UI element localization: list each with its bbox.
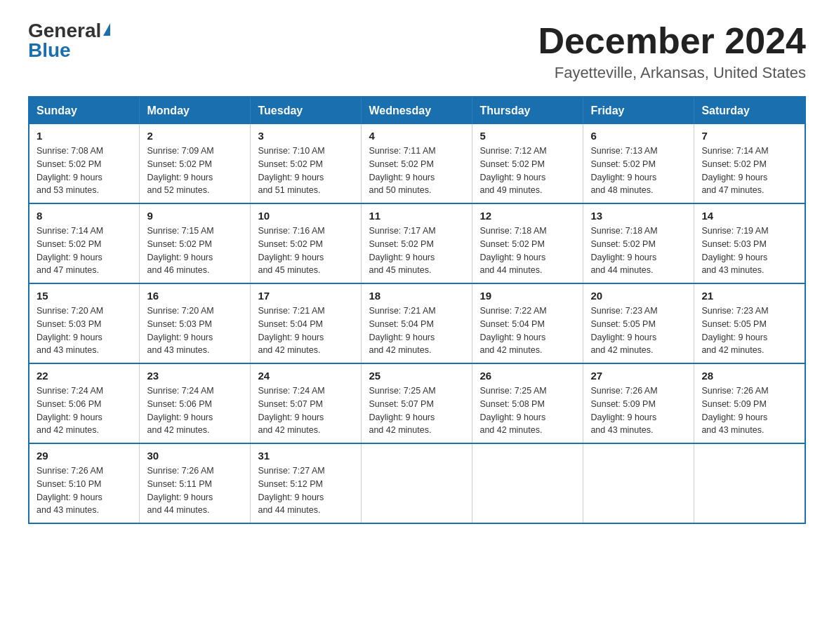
- day-number: 22: [37, 370, 132, 382]
- day-number: 13: [590, 210, 687, 222]
- calendar-week-row: 29Sunrise: 7:26 AMSunset: 5:10 PMDayligh…: [29, 443, 805, 523]
- day-info: Sunrise: 7:24 AMSunset: 5:06 PMDaylight:…: [147, 384, 243, 437]
- day-number: 25: [369, 370, 465, 382]
- page-header: General Blue December 2024 Fayetteville,…: [28, 21, 806, 82]
- day-info: Sunrise: 7:17 AMSunset: 5:02 PMDaylight:…: [369, 224, 465, 277]
- calendar-cell: 7Sunrise: 7:14 AMSunset: 5:02 PMDaylight…: [694, 124, 805, 203]
- day-info: Sunrise: 7:11 AMSunset: 5:02 PMDaylight:…: [369, 145, 465, 197]
- day-info: Sunrise: 7:22 AMSunset: 5:04 PMDaylight:…: [479, 304, 576, 357]
- weekday-header-friday: Friday: [583, 97, 694, 124]
- day-info: Sunrise: 7:25 AMSunset: 5:08 PMDaylight:…: [479, 384, 576, 437]
- day-number: 28: [701, 370, 797, 382]
- day-number: 6: [590, 130, 687, 142]
- calendar-cell: 23Sunrise: 7:24 AMSunset: 5:06 PMDayligh…: [140, 363, 251, 443]
- day-info: Sunrise: 7:19 AMSunset: 5:03 PMDaylight:…: [701, 224, 797, 277]
- day-number: 31: [258, 450, 354, 462]
- day-info: Sunrise: 7:23 AMSunset: 5:05 PMDaylight:…: [701, 304, 797, 357]
- day-number: 14: [701, 210, 797, 222]
- day-info: Sunrise: 7:09 AMSunset: 5:02 PMDaylight:…: [147, 145, 243, 197]
- calendar-cell: 6Sunrise: 7:13 AMSunset: 5:02 PMDaylight…: [583, 124, 694, 203]
- day-number: 1: [37, 130, 132, 142]
- day-number: 15: [37, 290, 132, 302]
- logo-blue-text: Blue: [28, 39, 71, 61]
- calendar-week-row: 15Sunrise: 7:20 AMSunset: 5:03 PMDayligh…: [29, 283, 805, 363]
- calendar-cell: [694, 443, 805, 523]
- logo: General Blue: [28, 21, 110, 60]
- day-info: Sunrise: 7:26 AMSunset: 5:11 PMDaylight:…: [147, 464, 243, 517]
- calendar-cell: 20Sunrise: 7:23 AMSunset: 5:05 PMDayligh…: [583, 283, 694, 363]
- calendar-cell: 12Sunrise: 7:18 AMSunset: 5:02 PMDayligh…: [472, 203, 583, 283]
- calendar-cell: 14Sunrise: 7:19 AMSunset: 5:03 PMDayligh…: [694, 203, 805, 283]
- day-info: Sunrise: 7:18 AMSunset: 5:02 PMDaylight:…: [590, 224, 687, 277]
- day-info: Sunrise: 7:08 AMSunset: 5:02 PMDaylight:…: [37, 145, 132, 197]
- day-number: 7: [701, 130, 797, 142]
- day-number: 20: [590, 290, 687, 302]
- day-number: 11: [369, 210, 465, 222]
- day-info: Sunrise: 7:25 AMSunset: 5:07 PMDaylight:…: [369, 384, 465, 437]
- calendar-cell: 1Sunrise: 7:08 AMSunset: 5:02 PMDaylight…: [29, 124, 140, 203]
- day-number: 27: [590, 370, 687, 382]
- calendar-cell: 16Sunrise: 7:20 AMSunset: 5:03 PMDayligh…: [140, 283, 251, 363]
- day-info: Sunrise: 7:12 AMSunset: 5:02 PMDaylight:…: [479, 145, 576, 197]
- day-info: Sunrise: 7:21 AMSunset: 5:04 PMDaylight:…: [369, 304, 465, 357]
- day-number: 29: [37, 450, 132, 462]
- day-info: Sunrise: 7:26 AMSunset: 5:09 PMDaylight:…: [701, 384, 797, 437]
- day-info: Sunrise: 7:21 AMSunset: 5:04 PMDaylight:…: [258, 304, 354, 357]
- day-number: 18: [369, 290, 465, 302]
- calendar-cell: 5Sunrise: 7:12 AMSunset: 5:02 PMDaylight…: [472, 124, 583, 203]
- day-info: Sunrise: 7:26 AMSunset: 5:10 PMDaylight:…: [37, 464, 132, 517]
- day-number: 24: [258, 370, 354, 382]
- weekday-header-saturday: Saturday: [694, 97, 805, 124]
- calendar-cell: 19Sunrise: 7:22 AMSunset: 5:04 PMDayligh…: [472, 283, 583, 363]
- calendar-cell: [583, 443, 694, 523]
- weekday-header-row: SundayMondayTuesdayWednesdayThursdayFrid…: [29, 97, 805, 124]
- calendar-cell: 15Sunrise: 7:20 AMSunset: 5:03 PMDayligh…: [29, 283, 140, 363]
- day-info: Sunrise: 7:16 AMSunset: 5:02 PMDaylight:…: [258, 224, 354, 277]
- calendar-cell: 8Sunrise: 7:14 AMSunset: 5:02 PMDaylight…: [29, 203, 140, 283]
- day-number: 4: [369, 130, 465, 142]
- location-subtitle: Fayetteville, Arkansas, United States: [538, 64, 806, 82]
- calendar-cell: 26Sunrise: 7:25 AMSunset: 5:08 PMDayligh…: [472, 363, 583, 443]
- day-info: Sunrise: 7:23 AMSunset: 5:05 PMDaylight:…: [590, 304, 687, 357]
- day-number: 17: [258, 290, 354, 302]
- weekday-header-monday: Monday: [140, 97, 251, 124]
- calendar-cell: [362, 443, 472, 523]
- day-number: 8: [37, 210, 132, 222]
- calendar-cell: 30Sunrise: 7:26 AMSunset: 5:11 PMDayligh…: [140, 443, 251, 523]
- calendar-cell: 25Sunrise: 7:25 AMSunset: 5:07 PMDayligh…: [362, 363, 472, 443]
- calendar-cell: 29Sunrise: 7:26 AMSunset: 5:10 PMDayligh…: [29, 443, 140, 523]
- day-number: 2: [147, 130, 243, 142]
- day-number: 3: [258, 130, 354, 142]
- calendar-cell: 9Sunrise: 7:15 AMSunset: 5:02 PMDaylight…: [140, 203, 251, 283]
- weekday-header-tuesday: Tuesday: [251, 97, 362, 124]
- day-number: 21: [701, 290, 797, 302]
- day-number: 19: [479, 290, 576, 302]
- day-number: 5: [479, 130, 576, 142]
- calendar-cell: 17Sunrise: 7:21 AMSunset: 5:04 PMDayligh…: [251, 283, 362, 363]
- calendar-cell: 31Sunrise: 7:27 AMSunset: 5:12 PMDayligh…: [251, 443, 362, 523]
- calendar-cell: 18Sunrise: 7:21 AMSunset: 5:04 PMDayligh…: [362, 283, 472, 363]
- day-info: Sunrise: 7:10 AMSunset: 5:02 PMDaylight:…: [258, 145, 354, 197]
- weekday-header-thursday: Thursday: [472, 97, 583, 124]
- calendar-cell: 2Sunrise: 7:09 AMSunset: 5:02 PMDaylight…: [140, 124, 251, 203]
- day-info: Sunrise: 7:24 AMSunset: 5:07 PMDaylight:…: [258, 384, 354, 437]
- calendar-cell: 27Sunrise: 7:26 AMSunset: 5:09 PMDayligh…: [583, 363, 694, 443]
- title-area: December 2024 Fayetteville, Arkansas, Un…: [538, 21, 806, 82]
- calendar-cell: 13Sunrise: 7:18 AMSunset: 5:02 PMDayligh…: [583, 203, 694, 283]
- day-info: Sunrise: 7:18 AMSunset: 5:02 PMDaylight:…: [479, 224, 576, 277]
- calendar-cell: [472, 443, 583, 523]
- day-info: Sunrise: 7:14 AMSunset: 5:02 PMDaylight:…: [37, 224, 132, 277]
- calendar-cell: 28Sunrise: 7:26 AMSunset: 5:09 PMDayligh…: [694, 363, 805, 443]
- calendar-cell: 21Sunrise: 7:23 AMSunset: 5:05 PMDayligh…: [694, 283, 805, 363]
- day-number: 30: [147, 450, 243, 462]
- day-number: 16: [147, 290, 243, 302]
- day-number: 10: [258, 210, 354, 222]
- day-number: 9: [147, 210, 243, 222]
- calendar-cell: 24Sunrise: 7:24 AMSunset: 5:07 PMDayligh…: [251, 363, 362, 443]
- calendar-cell: 11Sunrise: 7:17 AMSunset: 5:02 PMDayligh…: [362, 203, 472, 283]
- day-number: 12: [479, 210, 576, 222]
- calendar-week-row: 8Sunrise: 7:14 AMSunset: 5:02 PMDaylight…: [29, 203, 805, 283]
- weekday-header-wednesday: Wednesday: [362, 97, 472, 124]
- day-info: Sunrise: 7:20 AMSunset: 5:03 PMDaylight:…: [147, 304, 243, 357]
- day-number: 23: [147, 370, 243, 382]
